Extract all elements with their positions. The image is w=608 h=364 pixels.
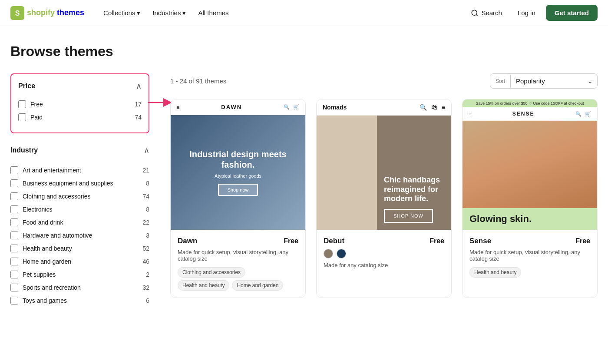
nav-links: Collections ▾ Industries ▾ All themes [98,6,234,20]
dawn-nav-icons: 🔍 🛒 [284,104,299,110]
search-label: Search [481,9,502,17]
debut-right-content: Chic handbags reimagined for modern life… [377,116,451,230]
dawn-shop-button[interactable]: Shop now [218,184,258,196]
all-themes-nav-item[interactable]: All themes [193,6,234,20]
svg-text:S: S [15,10,20,17]
price-free-label: Free [30,101,135,108]
collections-nav-item[interactable]: Collections ▾ [98,6,145,20]
industry-health-checkbox[interactable] [10,245,18,252]
industry-sports-checkbox[interactable] [10,284,18,291]
search-icon: 🔍 [284,104,290,110]
industries-label: Industries [152,9,181,17]
industry-pet-checkbox[interactable] [10,271,18,278]
industry-home-count: 46 [142,258,149,265]
industry-art-checkbox[interactable] [10,166,18,174]
industry-filter-title: Industry [10,146,38,154]
dawn-nav: ≡ DAWN 🔍 🛒 [171,99,305,115]
menu-icon: ≡ [442,104,445,111]
theme-card-sense[interactable]: Save 15% on orders over $50 ♡ Use code 1… [462,99,598,298]
price-free-checkbox[interactable] [18,100,26,108]
dawn-price: Free [284,237,298,245]
sort-select[interactable]: Popularity Price: Low to High Price: Hig… [511,74,583,88]
industry-hardware-count: 3 [146,232,149,239]
industry-toys-count: 6 [146,297,149,304]
price-paid-label: Paid [30,114,135,121]
dawn-name-row: Dawn Free [178,237,298,245]
industry-hardware-checkbox[interactable] [10,232,18,239]
industry-hardware-item[interactable]: Hardware and automotive 3 [10,229,149,242]
price-filter-header[interactable]: Price ∧ [18,81,142,91]
industry-clothing-checkbox[interactable] [10,192,18,200]
debut-nav: Nomads 🔍 🛍 ≡ [317,99,451,116]
industry-health-count: 52 [142,245,149,252]
cart-icon: 🛍 [431,104,437,111]
industry-electronics-checkbox[interactable] [10,205,18,213]
industry-clothing-count: 74 [142,193,149,200]
debut-nav-icons: 🔍 🛍 ≡ [420,104,445,111]
theme-card-dawn[interactable]: ≡ DAWN 🔍 🛒 Industrial design meets fashi… [170,99,306,298]
get-started-button[interactable]: Get started [546,5,598,21]
industry-toys-checkbox[interactable] [10,297,18,304]
debut-left-image [317,116,377,230]
sense-body: Glowing skin. [463,121,597,230]
sense-glowing-text: Glowing skin. [469,213,532,224]
sense-name: Sense [469,237,491,245]
debut-shop-button[interactable]: SHOP NOW [384,209,433,223]
industry-business-item[interactable]: Business equipment and supplies 8 [10,177,149,190]
logo[interactable]: S shopify themes [10,6,84,20]
sense-tags: Health and beauty [469,267,590,278]
menu-icon: ≡ [177,105,179,110]
industry-sports-item[interactable]: Sports and recreation 32 [10,281,149,294]
industry-electronics-item[interactable]: Electronics 8 [10,203,149,216]
collections-label: Collections [103,9,135,17]
dawn-tags: Clothing and accessories Health and beau… [178,267,298,291]
debut-btn-label: SHOP NOW [393,213,423,218]
debut-color-tan[interactable] [324,249,333,258]
industry-health-item[interactable]: Health and beauty 52 [10,242,149,255]
dawn-tag-health: Health and beauty [178,280,229,291]
login-button[interactable]: Log in [511,6,542,20]
industry-business-checkbox[interactable] [10,179,18,187]
price-chevron-icon: ∧ [136,81,142,91]
industry-toys-label: Toys and games [23,297,146,304]
page-title: Browse themes [10,43,598,60]
industry-filter-header[interactable]: Industry ∧ [10,144,149,157]
sense-desc: Made for quick setup, visual storytellin… [469,249,590,262]
svg-line-3 [476,14,478,16]
debut-name: Debut [324,237,344,245]
industry-home-item[interactable]: Home and garden 46 [10,255,149,268]
industry-food-item[interactable]: Food and drink 22 [10,216,149,229]
industry-sports-count: 32 [142,284,149,291]
industry-art-item[interactable]: Art and entertainment 21 [10,164,149,177]
industry-food-checkbox[interactable] [10,218,18,226]
debut-color-navy[interactable] [337,249,346,258]
industry-pet-item[interactable]: Pet supplies 2 [10,268,149,281]
industries-nav-item[interactable]: Industries ▾ [147,6,191,20]
main-layout: Price ∧ Free 17 Paid 74 Industry ∧ [0,73,608,324]
chevron-down-icon: ⌄ [583,77,597,85]
price-paid-checkbox[interactable] [18,113,26,121]
login-label: Log in [518,9,535,17]
price-paid-item[interactable]: Paid 74 [18,111,142,124]
industry-clothing-item[interactable]: Clothing and accessories 74 [10,190,149,203]
dawn-info: Dawn Free Made for quick setup, visual s… [171,230,305,298]
industry-electronics-count: 8 [146,206,149,213]
search-button[interactable]: Search [466,6,507,20]
search-icon: 🔍 [575,111,582,117]
debut-name-row: Debut Free [324,237,444,245]
sidebar: Price ∧ Free 17 Paid 74 Industry ∧ [10,73,149,307]
debut-preview: Nomads 🔍 🛍 ≡ Chic handbags reimagined fo… [317,99,451,230]
hero-section: Browse themes [0,26,608,73]
industry-home-checkbox[interactable] [10,258,18,265]
debut-body: Chic handbags reimagined for modern life… [317,116,451,230]
industry-clothing-label: Clothing and accessories [23,193,142,200]
sense-info: Sense Free Made for quick setup, visual … [463,230,597,285]
dawn-preview: ≡ DAWN 🔍 🛒 Industrial design meets fashi… [171,99,305,230]
industry-toys-item[interactable]: Toys and games 6 [10,294,149,307]
dawn-btn-label: Shop now [228,187,249,192]
annotation-arrow [148,96,174,109]
sense-image: Glowing skin. [463,121,597,230]
sense-nav-icons: 🔍 🛒 [575,111,591,117]
price-free-item[interactable]: Free 17 [18,98,142,111]
theme-card-debut[interactable]: Nomads 🔍 🛍 ≡ Chic handbags reimagined fo… [316,99,452,298]
